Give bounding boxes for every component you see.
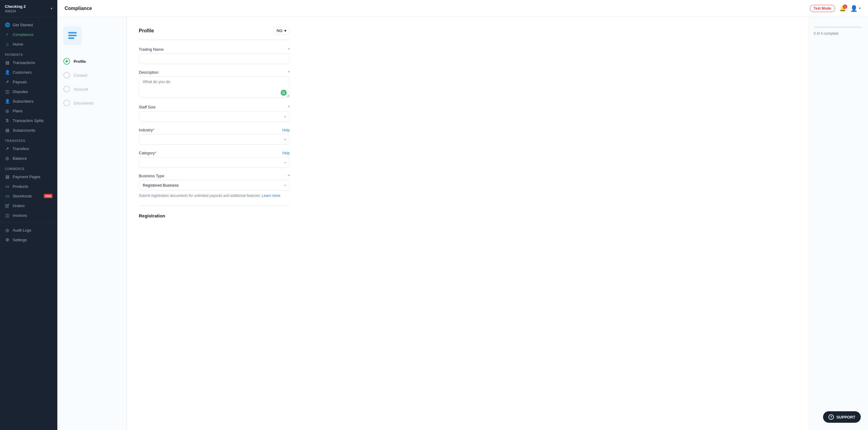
sidebar-item-compliance[interactable]: ✓ Compliance [0, 30, 57, 39]
learn-more-link[interactable]: Learn more [262, 194, 280, 198]
sidebar-item-transactions[interactable]: ▤ Transactions [0, 58, 57, 67]
country-selector[interactable]: NG ▾ [273, 27, 290, 35]
sidebar: Checking 2 408234 ▾ 🌐 Get Started ✓ Comp… [0, 0, 57, 430]
payment-pages-icon: ▤ [5, 174, 10, 179]
sidebar-item-plans[interactable]: ◎ Plans [0, 106, 57, 116]
sidebar-label-customers: Customers [13, 70, 32, 75]
plans-icon: ◎ [5, 108, 10, 113]
sidebar-label-products: Products [13, 184, 28, 189]
svg-rect-2 [68, 37, 74, 39]
industry-field: Industry* Help ▾ [139, 128, 290, 145]
step-label-contact: Contact [74, 73, 87, 78]
home-icon: ⌂ [5, 42, 10, 47]
step-label-profile: Profile [74, 59, 86, 64]
globe-icon: 🌐 [5, 22, 10, 27]
support-icon: ? [829, 414, 834, 420]
wizard-step-contact[interactable]: Contact [63, 68, 120, 82]
industry-help-link[interactable]: Help [282, 128, 290, 132]
sidebar-item-subaccounts[interactable]: ▤ Subaccounts [0, 125, 57, 135]
category-field: Category* Help ▾ [139, 151, 290, 168]
sidebar-item-customers[interactable]: 👤 Customers [0, 67, 57, 77]
sidebar-label-get-started: Get Started [13, 23, 33, 27]
svg-rect-0 [68, 32, 77, 33]
sidebar-item-storefronts[interactable]: ▭ Storefronts New [0, 191, 57, 201]
support-button[interactable]: ? SUPPORT [823, 411, 861, 423]
step-circle-profile [63, 58, 70, 65]
trading-name-input[interactable] [139, 53, 290, 64]
industry-select[interactable] [139, 134, 290, 145]
description-textarea[interactable] [139, 77, 290, 97]
sidebar-item-products[interactable]: ▭ Products [0, 181, 57, 191]
account-selector[interactable]: Checking 2 408234 ▾ [0, 0, 57, 18]
sidebar-item-disputes[interactable]: ◫ Disputes [0, 87, 57, 96]
sidebar-item-invoices[interactable]: ◫ Invoices [0, 210, 57, 220]
sidebar-navigation: 🌐 Get Started ✓ Compliance ⌂ Home PAYMEN… [0, 18, 57, 430]
sidebar-label-payouts: Payouts [13, 80, 27, 84]
user-avatar-icon: 👤 [850, 5, 858, 12]
wizard-steps: Profile Contact Account Documents [63, 54, 120, 110]
progress-panel: 0 of 4 complete [808, 17, 868, 430]
step-circle-contact [63, 72, 70, 79]
wizard-step-profile[interactable]: Profile [63, 54, 120, 68]
sidebar-item-transaction-splits[interactable]: ⇅ Transaction Splits [0, 116, 57, 125]
business-type-field: Business Type* Registered Business Sole … [139, 174, 290, 198]
trading-name-label: Trading Name* [139, 47, 290, 52]
sidebar-item-subscribers[interactable]: 👤 Subscribers [0, 96, 57, 106]
wizard-panel: Profile Contact Account Documents [57, 17, 127, 430]
form-section-header: Profile NG ▾ [139, 27, 290, 40]
section-transfers: TRANSFERS [0, 135, 57, 144]
notification-count: 1 [843, 4, 847, 9]
sidebar-label-plans: Plans [13, 109, 23, 113]
form-panel: Profile NG ▾ Trading Name* Des [127, 17, 808, 430]
sidebar-label-settings: Settings [13, 238, 27, 242]
sidebar-label-storefronts: Storefronts [13, 194, 32, 198]
registration-section-title: Registration [139, 213, 290, 221]
sidebar-item-orders[interactable]: 🛒 Orders [0, 201, 57, 210]
sidebar-item-audit-logs[interactable]: ◎ Audit Logs [0, 225, 57, 235]
country-code: NG [277, 28, 283, 33]
account-name: Checking 2 [5, 4, 26, 9]
staff-size-select-wrapper: 1-10 11-50 51-200 201-500 500+ ▾ [139, 111, 290, 122]
category-label: Category* Help [139, 151, 290, 155]
sidebar-item-balance[interactable]: ◎ Balance [0, 153, 57, 163]
section-divider [139, 206, 290, 206]
sidebar-divider [0, 223, 57, 223]
staff-size-select[interactable]: 1-10 11-50 51-200 201-500 500+ [139, 111, 290, 122]
sidebar-item-payouts[interactable]: ↗ Payouts [0, 77, 57, 87]
test-mode-badge[interactable]: Test Mode [810, 5, 835, 12]
category-select-wrapper: ▾ [139, 157, 290, 168]
sidebar-item-payment-pages[interactable]: ▤ Payment Pages [0, 172, 57, 181]
sidebar-label-payment-pages: Payment Pages [13, 175, 40, 179]
required-star-industry: * [153, 128, 154, 132]
business-type-select-wrapper: Registered Business Sole Trader Individu… [139, 180, 290, 191]
required-star-staff-size: * [288, 105, 290, 109]
section-payments: PAYMENTS [0, 49, 57, 58]
sidebar-label-disputes: Disputes [13, 89, 28, 94]
wizard-step-account[interactable]: Account [63, 82, 120, 96]
business-type-select[interactable]: Registered Business Sole Trader Individu… [139, 180, 290, 191]
sidebar-item-get-started[interactable]: 🌐 Get Started [0, 20, 57, 30]
category-help-link[interactable]: Help [282, 151, 290, 155]
sidebar-label-transactions: Transactions [13, 60, 35, 65]
user-menu-button[interactable]: 👤 ▾ [850, 5, 861, 12]
sidebar-label-transfers: Transfers [13, 146, 29, 151]
sidebar-label-home: Home [13, 42, 23, 47]
check-icon: ✓ [5, 32, 10, 37]
sidebar-label-orders: Orders [13, 203, 25, 208]
notifications-button[interactable]: 🔔 1 [839, 5, 846, 12]
transfers-icon: ↗ [5, 146, 10, 151]
balance-icon: ◎ [5, 156, 10, 161]
settings-icon: ⚙ [5, 237, 10, 242]
sidebar-item-settings[interactable]: ⚙ Settings [0, 235, 57, 245]
required-star-category: * [155, 151, 156, 155]
category-select[interactable] [139, 157, 290, 168]
account-chevron-icon: ▾ [51, 7, 53, 10]
wizard-step-documents[interactable]: Documents [63, 96, 120, 110]
step-label-documents: Documents [74, 101, 94, 105]
step-circle-account [63, 86, 70, 92]
sidebar-item-home[interactable]: ⌂ Home [0, 39, 57, 49]
sidebar-item-transfers[interactable]: ↗ Transfers [0, 144, 57, 153]
industry-select-wrapper: ▾ [139, 134, 290, 145]
section-commerce: COMMERCE [0, 163, 57, 172]
sidebar-label-subscribers: Subscribers [13, 99, 33, 104]
